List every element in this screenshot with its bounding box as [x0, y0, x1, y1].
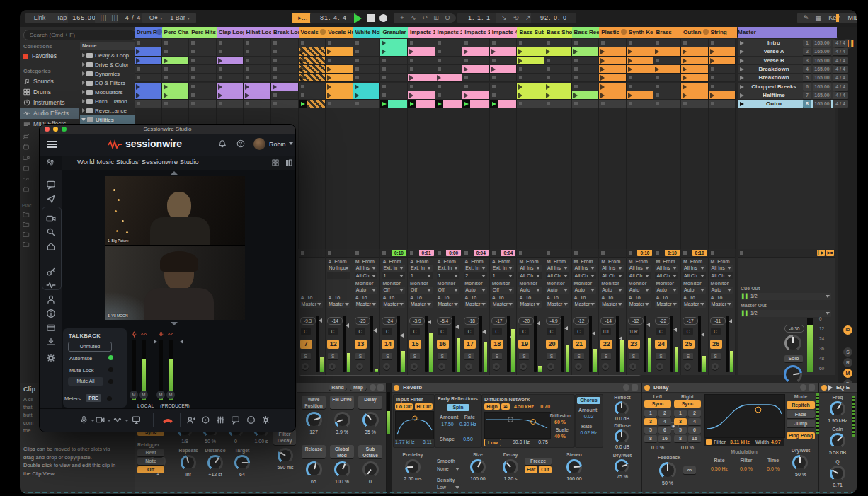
- clip-play-icon[interactable]: [683, 75, 687, 81]
- pan-value[interactable]: C: [683, 328, 693, 335]
- fader-groove[interactable]: [561, 316, 564, 372]
- clip-slot-empty[interactable]: [353, 100, 381, 108]
- fader-groove[interactable]: [507, 316, 510, 372]
- clip-slot-empty[interactable]: [653, 57, 681, 65]
- clip-slot-empty[interactable]: [189, 39, 217, 47]
- clip-slot-empty[interactable]: [162, 74, 190, 82]
- input-type-select[interactable]: No Inpu: [327, 265, 350, 272]
- input-filter-freq[interactable]: 1.77 kHz: [395, 439, 415, 444]
- clip-slot-empty[interactable]: [135, 100, 162, 108]
- arm-button[interactable]: [383, 363, 390, 370]
- browser-folder-pitch-lation[interactable]: Pitch ...lation: [80, 97, 135, 106]
- output-type-select[interactable]: Master: [300, 301, 324, 308]
- session-clip[interactable]: [217, 57, 244, 65]
- input-type-select[interactable]: All Ins: [600, 265, 624, 272]
- reverb-power-icon[interactable]: [394, 385, 399, 391]
- clip-slot-empty[interactable]: [217, 39, 244, 47]
- mod-filter-value[interactable]: 0.0 %: [731, 466, 761, 471]
- arm-button[interactable]: [684, 363, 691, 370]
- fader-handle[interactable]: [346, 323, 349, 328]
- call-info-button[interactable]: [246, 415, 256, 425]
- clip-stop-button[interactable]: [601, 251, 605, 255]
- input-type-select[interactable]: All Ins: [655, 265, 678, 272]
- volume-value[interactable]: -4.9: [546, 317, 561, 325]
- input-type-select[interactable]: Ext. In: [382, 265, 405, 272]
- sidebar-item-drums[interactable]: Drums: [20, 87, 79, 98]
- pan-value[interactable]: C: [301, 328, 311, 335]
- clip-slot-empty[interactable]: [572, 83, 600, 91]
- track-activator[interactable]: 21: [573, 340, 586, 349]
- clip-slot-empty[interactable]: [572, 74, 600, 82]
- clip-play-icon[interactable]: [300, 58, 304, 64]
- browser-camera-icon[interactable]: [23, 154, 30, 161]
- session-clip[interactable]: [544, 91, 572, 100]
- clip-play-icon[interactable]: [546, 84, 550, 90]
- clip-slot-empty[interactable]: [380, 65, 408, 74]
- map-button[interactable]: Map: [350, 384, 367, 391]
- track-activator[interactable]: 23: [628, 340, 640, 349]
- track-header-hihat-loo[interactable]: Hihat Loo: [244, 27, 273, 38]
- input-channel-select[interactable]: All Ch: [600, 272, 624, 279]
- diffusion-value[interactable]: 60 %: [552, 420, 569, 425]
- session-clip[interactable]: [572, 91, 600, 100]
- browser-folder-eq-filters[interactable]: EQ & Filters: [80, 79, 135, 88]
- output-type-select[interactable]: Master: [628, 301, 651, 308]
- session-clip[interactable]: [599, 57, 627, 65]
- clip-play-icon[interactable]: [464, 67, 468, 72]
- save-preset-icon[interactable]: [377, 384, 384, 391]
- clip-stop-button[interactable]: [438, 251, 441, 255]
- input-channel-select[interactable]: 1: [491, 272, 515, 279]
- input-type-select[interactable]: Ext. In: [464, 265, 487, 272]
- clip-slot-empty[interactable]: [217, 47, 244, 56]
- output-type-select[interactable]: Master: [382, 301, 405, 308]
- eq-power-icon[interactable]: [821, 385, 827, 391]
- diffusion-low-button[interactable]: Low: [484, 439, 501, 446]
- browser-folder-delay-loop[interactable]: Delay & Loop: [80, 51, 135, 60]
- track-header-bass-shor[interactable]: Bass Shor: [544, 27, 574, 38]
- chorus-button[interactable]: Chorus: [577, 397, 600, 404]
- scene-tempo[interactable]: 165.00: [813, 48, 831, 55]
- sidebar-person-icon[interactable]: [46, 294, 56, 304]
- session-clip[interactable]: [299, 100, 326, 108]
- mute-all-button[interactable]: Mute All: [68, 377, 103, 386]
- clip-play-icon[interactable]: [492, 102, 496, 106]
- session-clip[interactable]: [599, 74, 627, 82]
- clip-slot-empty[interactable]: [490, 83, 518, 91]
- solo-button[interactable]: S: [629, 353, 639, 359]
- pan-value[interactable]: C: [547, 328, 556, 335]
- volume-value[interactable]: -3.9: [409, 317, 425, 325]
- session-clip[interactable]: [408, 91, 435, 100]
- session-clip[interactable]: [544, 47, 572, 56]
- delay-power-icon[interactable]: [644, 385, 650, 391]
- clip-slot-empty[interactable]: [271, 91, 299, 100]
- clip-play-icon[interactable]: [655, 49, 659, 54]
- scene-tempo[interactable]: 165.00: [813, 40, 831, 47]
- scene-play-icon[interactable]: [740, 102, 744, 106]
- column-view-icon[interactable]: [285, 158, 293, 167]
- delay-drywet-knob[interactable]: [792, 455, 808, 471]
- clip-play-icon[interactable]: [600, 49, 605, 54]
- arm-button[interactable]: [356, 363, 363, 370]
- volume-value[interactable]: -17: [683, 317, 698, 325]
- clip-play-icon[interactable]: [683, 93, 687, 98]
- session-clip[interactable]: [627, 57, 654, 65]
- fader-handle[interactable]: [564, 326, 568, 330]
- clip-play-icon[interactable]: [573, 49, 578, 54]
- clip-play-icon[interactable]: [409, 49, 413, 54]
- clip-slot-empty[interactable]: [244, 74, 271, 82]
- delay-division-8[interactable]: 8: [644, 435, 657, 442]
- rail-toggle-r[interactable]: R: [843, 358, 852, 367]
- volume-value[interactable]: -5.4: [437, 317, 452, 325]
- scene-name[interactable]: Chopped Breaks: [746, 83, 801, 91]
- pan-value[interactable]: 10R: [629, 328, 639, 335]
- arm-button[interactable]: [547, 363, 554, 370]
- master-volume-value[interactable]: -0.30: [784, 325, 804, 333]
- output-type-select[interactable]: Master: [600, 301, 624, 308]
- places-folder-icon[interactable]: [23, 221, 30, 228]
- session-clip[interactable]: [299, 65, 326, 74]
- output-type-select[interactable]: Master: [546, 301, 569, 308]
- clip-play-icon[interactable]: [136, 58, 140, 64]
- track-dropdown-icon[interactable]: [320, 29, 326, 35]
- mute-channel-button[interactable]: M: [139, 391, 148, 399]
- clip-play-icon[interactable]: [245, 84, 249, 90]
